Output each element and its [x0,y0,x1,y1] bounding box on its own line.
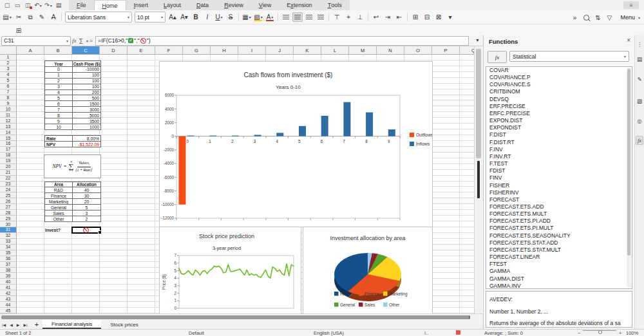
name-box[interactable]: C31 ▾ [1,36,71,46]
undo-icon[interactable]: ↶▾ [33,1,43,10]
row-header-1[interactable]: 1 [0,55,17,61]
column-header-K[interactable]: K [294,46,321,55]
paste-button[interactable]: ▤▾ [2,12,12,22]
selected-cell-C31[interactable] [71,227,101,234]
horizontal-scrollbar-thumb[interactable] [1,315,470,319]
clear-formatting-button[interactable]: A [48,12,59,22]
column-header-L[interactable]: L [321,46,349,55]
decrease-font-size-button[interactable]: A▾ [179,12,189,22]
row-header-43[interactable]: 43 [0,296,17,302]
decrease-indent-button[interactable]: ⇤ [394,12,404,22]
column-header-G[interactable]: G [183,46,211,55]
row-header-29[interactable]: 29 [0,216,17,221]
row-header-34[interactable]: 34 [0,245,17,250]
align-bottom-button[interactable]: ⊥ [355,12,365,22]
function-list-item[interactable]: F.TEST [486,160,632,167]
increase-font-size-button[interactable]: A▴ [167,12,178,22]
function-list-item[interactable]: F.DIST.RT [486,139,632,146]
row-header-24[interactable]: 24 [0,187,17,192]
allocation-table-cell[interactable]: Other [45,216,73,222]
function-category-select[interactable]: Statistical ▾ [509,51,629,62]
justify-button[interactable] [316,12,326,22]
row-header-16[interactable]: 16 [0,141,17,147]
cashflow-bar-chart[interactable]: Cash flows from investment ($)Years 0-10… [159,61,433,227]
font-name-select[interactable]: Liberation Sans ▾ [65,12,132,23]
allocation-table-cell[interactable]: Sales [45,210,73,216]
function-list-scrollbar[interactable] [627,68,631,288]
function-list-item[interactable]: GAMMA [486,268,632,275]
row-header-28[interactable]: 28 [0,210,17,216]
styles-deck-icon[interactable]: ✎ [636,75,643,84]
navigator-deck-icon[interactable]: ◎ [636,117,643,126]
filter-icon[interactable]: ▽ [604,13,614,23]
cashflow-table-cell[interactable]: 1500 [73,101,101,107]
row-header-2[interactable]: 2 [0,61,17,66]
function-wizard-icon[interactable]: fx [72,37,77,44]
function-list-item[interactable]: FORECAST.ETS.STAT.MULT [486,247,632,254]
equals-icon[interactable]: = [90,37,93,44]
italic-button[interactable]: I [202,12,213,22]
sum-icon[interactable]: ∑ [79,37,83,44]
row-header-19[interactable]: 19 [0,158,17,164]
borders-button[interactable]: ▦▾ [242,12,252,22]
row-header-37[interactable]: 37 [0,262,17,268]
next-sheet-icon[interactable]: ▶ [17,322,20,327]
strikethrough-button[interactable]: S [225,12,236,22]
row-header-33[interactable]: 33 [0,239,17,245]
cashflow-table-cell[interactable]: 4 [45,90,73,96]
formula-input[interactable]: =IF(C16>0," ✓ "," ") [95,36,469,46]
function-list-item[interactable]: F.INV [486,146,632,153]
background-color-button[interactable]: ▧▾ [253,12,263,22]
row-header-26[interactable]: 26 [0,198,17,204]
allocation-table-cell[interactable]: 20 [73,199,101,205]
allocation-table-cell[interactable]: 2 [73,216,101,222]
row-header-14[interactable]: 14 [0,129,17,135]
row-header-39[interactable]: 39 [0,273,17,279]
sort-icon[interactable]: ⇅ [592,13,603,23]
function-list-item[interactable]: GAMMA.INV [486,283,632,289]
row-header-36[interactable]: 36 [0,256,17,262]
functions-deck-icon[interactable]: fx [636,136,643,145]
function-list-item[interactable]: FORECAST.ETS.ADD [486,203,632,210]
expand-formula-bar-icon[interactable]: ▼ [475,38,480,42]
zoom-slider-thumb[interactable] [598,330,602,334]
column-header-P[interactable]: P [432,46,460,55]
tab-insert[interactable]: Insert [126,0,156,10]
allocation-table-cell[interactable]: General [45,205,73,210]
invest-label-cell[interactable]: Invest? [45,228,72,234]
cashflow-table-cell[interactable]: 5000 [73,113,101,118]
tab-data[interactable]: Data [189,0,216,10]
row-header-25[interactable]: 25 [0,192,17,198]
search-icon[interactable] [581,13,591,23]
function-list-item[interactable]: EXPONDIST [486,124,632,131]
row-header-4[interactable]: 4 [0,72,17,78]
column-header-F[interactable]: F [155,46,183,55]
function-list-item[interactable]: FORECAST [486,196,632,203]
row-header-23[interactable]: 23 [0,182,17,187]
column-header-M[interactable]: M [349,46,377,55]
allocation-table-cell[interactable]: Area [45,182,73,188]
function-list-item[interactable]: FTEST [486,261,632,268]
row-header-17[interactable]: 17 [0,147,17,153]
function-list-item[interactable]: FORECAST.ETS.SEASONALITY [486,232,632,239]
column-header-A[interactable]: A [17,46,44,55]
selection-handle[interactable] [98,230,102,234]
function-list-item[interactable]: FORECAST.LINEAR [486,254,632,261]
center-vertically-button[interactable]: + [343,12,354,22]
sidebar-settings-icon[interactable]: ⋮ [636,40,643,49]
row-header-41[interactable]: 41 [0,285,17,290]
select-all-corner[interactable] [0,46,17,55]
properties-deck-icon[interactable]: ▤ [636,55,643,64]
cashflow-table-cell[interactable]: 5 [45,95,73,101]
allocation-pie-chart[interactable]: Investment allocation by areaR&DFinanceM… [303,227,433,313]
column-header-B[interactable]: B [44,46,72,55]
print-icon[interactable]: ▤ [54,1,63,10]
row-header-13[interactable]: 13 [0,124,17,129]
rate-npv-table-cell[interactable]: -$1,522.09 [73,142,101,147]
row-header-32[interactable]: 32 [0,233,17,239]
row-header-11[interactable]: 11 [0,112,17,118]
function-list-item[interactable]: EXPON.DIST [486,117,632,124]
row-header-10[interactable]: 10 [0,106,17,112]
copy-button[interactable]: ⧉ [25,12,35,22]
cashflow-table-cell[interactable]: 9 [45,118,73,124]
